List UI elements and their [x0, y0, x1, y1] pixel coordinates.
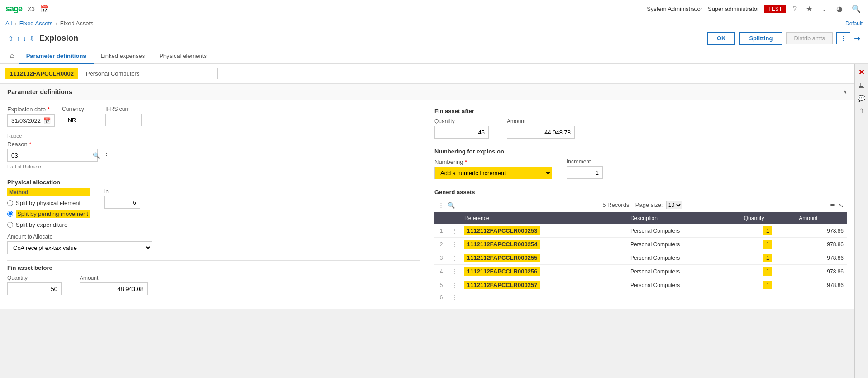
col-reference: Reference [461, 212, 627, 224]
splitting-button[interactable]: Splitting [739, 32, 782, 45]
breadcrumb: All › Fixed Assets › Fixed Assets Defaul… [0, 18, 868, 29]
radio-pending-input[interactable] [7, 211, 13, 217]
calendar-date-icon[interactable]: 📅 [43, 117, 51, 124]
left-param-col: Explosion date * 31/03/2022 📅 Currency [0, 100, 427, 309]
reason-label: Reason * [7, 141, 98, 148]
row-ref-6 [461, 292, 627, 303]
chevron-down-icon[interactable]: ⌄ [820, 5, 829, 13]
nav-prev-button[interactable]: ↑ [16, 34, 21, 43]
tab-home-icon[interactable]: ⌂ [5, 48, 19, 63]
compass-icon[interactable]: ◕ [835, 5, 844, 13]
upload-icon[interactable]: ⇧ [859, 107, 864, 115]
radio-split-expenditure[interactable]: Split by expenditure [7, 221, 90, 228]
row-num-5: 5 [434, 278, 448, 292]
row-dots-3[interactable]: ⋮ [448, 251, 461, 265]
row-dots-5[interactable]: ⋮ [448, 278, 461, 292]
system-user: System Administrator [647, 5, 702, 12]
distrib-amts-button[interactable]: Distrib amts [786, 32, 833, 44]
param-def-body: Explosion date * 31/03/2022 📅 Currency [0, 100, 854, 309]
print-icon[interactable]: 🖶 [858, 82, 865, 89]
calendar-icon[interactable]: 📅 [40, 5, 49, 13]
radio-physical-input[interactable] [7, 200, 13, 206]
record-name-input[interactable] [82, 68, 218, 79]
chat-icon[interactable]: 💬 [858, 95, 865, 102]
table-layers-icon[interactable]: ≣ [830, 202, 835, 209]
table-row: 5 ⋮ 1112112FAPCCLR000257 Personal Comput… [434, 278, 847, 292]
increment-input[interactable] [567, 166, 603, 179]
table-dots-icon[interactable]: ⋮ [438, 202, 444, 209]
table-row: 2 ⋮ 1112112FAPCCLR000254 Personal Comput… [434, 238, 847, 251]
explosion-date-label: Explosion date * [7, 106, 55, 113]
page-size-select[interactable]: 10 20 50 [666, 201, 682, 209]
generd-assets-table: Reference Description Quantity Amount 1 [434, 212, 847, 303]
breadcrumb-all[interactable]: All [5, 20, 12, 27]
reason-dots-icon[interactable]: ⋮ [102, 152, 111, 159]
page-title: Explosion [39, 33, 703, 43]
explosion-date-group: Explosion date * 31/03/2022 📅 [7, 106, 55, 127]
tab-physical-elements[interactable]: Physical elements [152, 49, 214, 64]
row-dots-4[interactable]: ⋮ [448, 265, 461, 278]
top-navigation: sage X3 📅 System Administrator Super adm… [0, 0, 868, 18]
star-icon[interactable]: ★ [804, 5, 814, 13]
qty-before-input[interactable] [7, 282, 62, 295]
currency-group: Currency [62, 106, 98, 126]
table-expand-icon[interactable]: ⤡ [839, 202, 844, 209]
row-amount-2: 978.86 [795, 238, 847, 251]
radio-split-pending[interactable]: Split by pending movement [7, 210, 90, 218]
help-icon[interactable]: ? [791, 5, 799, 13]
nav-last-button[interactable]: ⇩ [29, 34, 36, 43]
nav-next-button[interactable]: ↓ [22, 34, 27, 43]
amount-allocate-select[interactable]: CoA receipt ex-tax value [7, 241, 152, 254]
explosion-date-input[interactable]: 31/03/2022 📅 [7, 114, 55, 127]
tab-linked-expenses[interactable]: Linked expenses [94, 49, 153, 64]
row-ref-4: 1112112FAPCCLR000256 [461, 265, 627, 278]
nav-first-button[interactable]: ⇧ [7, 34, 14, 43]
row-ref-5: 1112112FAPCCLR000257 [461, 278, 627, 292]
exit-button[interactable]: ➜ [854, 33, 861, 43]
reason-search-icon[interactable]: 🔍 [91, 152, 102, 159]
close-x-icon[interactable]: ✕ [858, 68, 864, 77]
amount-before-input[interactable] [80, 282, 148, 295]
search-icon[interactable]: 🔍 [850, 5, 863, 13]
reason-hint: Partial Release [7, 164, 98, 169]
row-num-3: 3 [434, 251, 448, 265]
ifrs-curr-group: IFRS curr. [105, 106, 142, 126]
numbering-select[interactable]: Add a numeric increment [434, 167, 552, 179]
record-bar: 1112112FAPCCLR0002 [0, 64, 854, 83]
reason-input[interactable] [8, 150, 91, 161]
ok-button[interactable]: OK [707, 32, 736, 45]
row-dots-1[interactable]: ⋮ [448, 224, 461, 238]
table-search-icon[interactable]: 🔍 [448, 202, 455, 209]
amount-before-label: Amount [80, 275, 148, 281]
method-in-row: Method Split by physical element Split b… [7, 188, 420, 228]
collapse-section-button[interactable]: ∧ [843, 88, 847, 96]
row-num-2: 2 [434, 238, 448, 251]
row-qty-6 [740, 292, 795, 303]
amount-after-input[interactable] [507, 126, 575, 139]
currency-name-hint: Rupee [7, 133, 22, 139]
ifrs-curr-input[interactable] [105, 114, 142, 126]
reason-required: * [29, 141, 31, 148]
row-dots-6[interactable]: ⋮ [448, 292, 461, 303]
tab-parameter-definitions[interactable]: Parameter definitions [19, 49, 94, 64]
date-currency-row: Explosion date * 31/03/2022 📅 Currency [7, 106, 420, 127]
radio-expenditure-input[interactable] [7, 222, 13, 228]
row-desc-2: Personal Computers [627, 238, 740, 251]
numbering-title: Numbering for explosion [434, 148, 504, 155]
radio-pending-label: Split by pending movement [16, 210, 90, 218]
in-input[interactable] [104, 196, 140, 209]
radio-split-physical[interactable]: Split by physical element [7, 200, 90, 206]
row-qty-4: 1 [740, 265, 795, 278]
increment-group: Increment [567, 158, 603, 179]
row-dots-2[interactable]: ⋮ [448, 238, 461, 251]
row-num-1: 1 [434, 224, 448, 238]
in-group: In [104, 188, 140, 209]
row-num-4: 4 [434, 265, 448, 278]
breadcrumb-fixed-assets[interactable]: Fixed Assets [19, 20, 53, 27]
table-row-6: 6 ⋮ [434, 292, 847, 303]
reason-group: Reason * 🔍 ⋮ Partial Release [7, 141, 98, 169]
qty-after-input[interactable] [434, 126, 489, 139]
breadcrumb-current: Fixed Assets [60, 20, 94, 27]
currency-input[interactable] [62, 114, 98, 126]
more-options-button[interactable]: ⋮ [836, 32, 850, 44]
